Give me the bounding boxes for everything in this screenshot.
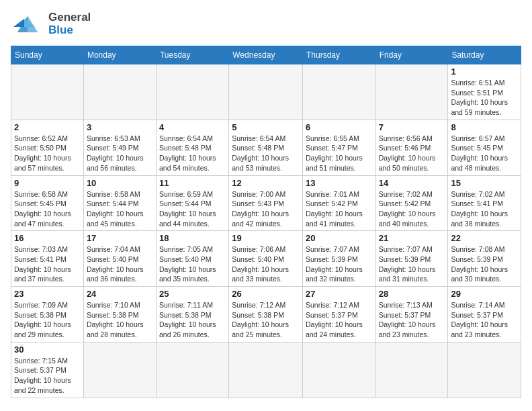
calendar-cell: 20Sunrise: 7:07 AMSunset: 5:39 PMDayligh… <box>303 231 376 287</box>
day-info: Sunrise: 6:51 AMSunset: 5:51 PMDaylight:… <box>451 78 518 118</box>
day-info: Sunrise: 7:15 AMSunset: 5:37 PMDaylight:… <box>14 356 81 396</box>
day-number: 16 <box>14 233 81 243</box>
weekday-header-wednesday: Wednesday <box>229 46 303 64</box>
logo-blue-text: Blue <box>48 24 91 37</box>
day-number: 2 <box>14 122 81 132</box>
day-info: Sunrise: 6:59 AMSunset: 5:44 PMDaylight:… <box>159 189 226 229</box>
calendar-cell: 6Sunrise: 6:55 AMSunset: 5:47 PMDaylight… <box>303 120 376 175</box>
calendar-cell <box>156 64 228 120</box>
calendar-cell: 5Sunrise: 6:54 AMSunset: 5:48 PMDaylight… <box>229 120 303 175</box>
calendar-cell: 28Sunrise: 7:13 AMSunset: 5:37 PMDayligh… <box>375 287 448 342</box>
day-number: 21 <box>379 233 445 243</box>
day-info: Sunrise: 7:09 AMSunset: 5:38 PMDaylight:… <box>14 300 81 340</box>
weekday-header-sunday: Sunday <box>11 46 84 64</box>
calendar-cell: 12Sunrise: 7:00 AMSunset: 5:43 PMDayligh… <box>229 175 303 231</box>
day-number: 23 <box>14 289 81 299</box>
calendar-cell: 10Sunrise: 6:58 AMSunset: 5:44 PMDayligh… <box>83 175 156 231</box>
calendar-cell: 15Sunrise: 7:02 AMSunset: 5:41 PMDayligh… <box>448 175 521 231</box>
day-info: Sunrise: 6:57 AMSunset: 5:45 PMDaylight:… <box>451 134 518 173</box>
day-number: 13 <box>306 178 373 188</box>
calendar-cell <box>303 342 376 398</box>
day-number: 30 <box>14 345 81 355</box>
logo-icon <box>11 12 44 40</box>
week-row-3: 9Sunrise: 6:58 AMSunset: 5:45 PMDaylight… <box>11 175 521 231</box>
day-number: 20 <box>306 233 373 243</box>
header: General Blue <box>11 11 521 40</box>
day-number: 15 <box>451 178 518 188</box>
day-number: 1 <box>451 66 518 77</box>
day-number: 6 <box>306 122 373 132</box>
day-number: 11 <box>159 178 226 188</box>
calendar-cell: 11Sunrise: 6:59 AMSunset: 5:44 PMDayligh… <box>156 175 228 231</box>
calendar-cell: 1Sunrise: 6:51 AMSunset: 5:51 PMDaylight… <box>448 64 521 120</box>
calendar-cell <box>83 342 156 398</box>
calendar-cell: 4Sunrise: 6:54 AMSunset: 5:48 PMDaylight… <box>156 120 228 175</box>
day-number: 3 <box>87 122 153 132</box>
day-number: 8 <box>451 122 518 132</box>
logo: General Blue <box>11 11 91 40</box>
calendar-cell: 29Sunrise: 7:14 AMSunset: 5:37 PMDayligh… <box>448 287 521 342</box>
day-number: 12 <box>232 178 300 188</box>
day-info: Sunrise: 7:05 AMSunset: 5:40 PMDaylight:… <box>159 244 226 284</box>
day-number: 9 <box>14 178 81 188</box>
day-info: Sunrise: 6:52 AMSunset: 5:50 PMDaylight:… <box>14 134 81 173</box>
week-row-2: 2Sunrise: 6:52 AMSunset: 5:50 PMDaylight… <box>11 120 521 175</box>
calendar-cell: 16Sunrise: 7:03 AMSunset: 5:41 PMDayligh… <box>11 231 84 287</box>
calendar-cell: 3Sunrise: 6:53 AMSunset: 5:49 PMDaylight… <box>83 120 156 175</box>
day-number: 17 <box>87 233 153 243</box>
day-info: Sunrise: 6:58 AMSunset: 5:44 PMDaylight:… <box>87 189 153 229</box>
day-number: 22 <box>451 233 518 243</box>
day-info: Sunrise: 7:02 AMSunset: 5:42 PMDaylight:… <box>379 189 445 229</box>
day-info: Sunrise: 7:00 AMSunset: 5:43 PMDaylight:… <box>232 189 300 229</box>
day-info: Sunrise: 7:13 AMSunset: 5:37 PMDaylight:… <box>379 300 445 340</box>
day-number: 26 <box>232 289 300 299</box>
day-info: Sunrise: 7:03 AMSunset: 5:41 PMDaylight:… <box>14 244 81 284</box>
day-number: 28 <box>379 289 445 299</box>
day-info: Sunrise: 7:06 AMSunset: 5:40 PMDaylight:… <box>232 244 300 284</box>
weekday-header-row: SundayMondayTuesdayWednesdayThursdayFrid… <box>11 46 521 64</box>
calendar-cell: 13Sunrise: 7:01 AMSunset: 5:42 PMDayligh… <box>303 175 376 231</box>
day-number: 19 <box>232 233 300 243</box>
calendar-cell: 26Sunrise: 7:12 AMSunset: 5:38 PMDayligh… <box>229 287 303 342</box>
day-info: Sunrise: 7:04 AMSunset: 5:40 PMDaylight:… <box>87 244 153 284</box>
logo-general: General <box>48 11 91 24</box>
day-info: Sunrise: 7:12 AMSunset: 5:38 PMDaylight:… <box>232 300 300 340</box>
day-info: Sunrise: 7:01 AMSunset: 5:42 PMDaylight:… <box>306 189 373 229</box>
day-info: Sunrise: 6:54 AMSunset: 5:48 PMDaylight:… <box>159 134 226 173</box>
day-number: 5 <box>232 122 300 132</box>
week-row-5: 23Sunrise: 7:09 AMSunset: 5:38 PMDayligh… <box>11 287 521 342</box>
day-number: 4 <box>159 122 226 132</box>
calendar-body: 1Sunrise: 6:51 AMSunset: 5:51 PMDaylight… <box>11 64 521 398</box>
day-info: Sunrise: 7:08 AMSunset: 5:39 PMDaylight:… <box>451 244 518 284</box>
day-info: Sunrise: 7:02 AMSunset: 5:41 PMDaylight:… <box>451 189 518 229</box>
calendar-cell: 8Sunrise: 6:57 AMSunset: 5:45 PMDaylight… <box>448 120 521 175</box>
calendar-cell: 25Sunrise: 7:11 AMSunset: 5:38 PMDayligh… <box>156 287 228 342</box>
calendar-cell: 14Sunrise: 7:02 AMSunset: 5:42 PMDayligh… <box>375 175 448 231</box>
calendar-cell <box>303 64 376 120</box>
day-number: 10 <box>87 178 153 188</box>
day-info: Sunrise: 6:54 AMSunset: 5:48 PMDaylight:… <box>232 134 300 173</box>
calendar-cell <box>11 64 84 120</box>
calendar-cell <box>229 342 303 398</box>
calendar-table: SundayMondayTuesdayWednesdayThursdayFrid… <box>11 46 521 398</box>
calendar-cell: 9Sunrise: 6:58 AMSunset: 5:45 PMDaylight… <box>11 175 84 231</box>
day-number: 27 <box>306 289 373 299</box>
day-info: Sunrise: 6:58 AMSunset: 5:45 PMDaylight:… <box>14 189 81 229</box>
day-info: Sunrise: 7:11 AMSunset: 5:38 PMDaylight:… <box>159 300 226 340</box>
day-info: Sunrise: 7:10 AMSunset: 5:38 PMDaylight:… <box>87 300 153 340</box>
calendar-cell: 18Sunrise: 7:05 AMSunset: 5:40 PMDayligh… <box>156 231 228 287</box>
calendar-cell <box>448 342 521 398</box>
week-row-4: 16Sunrise: 7:03 AMSunset: 5:41 PMDayligh… <box>11 231 521 287</box>
calendar-cell <box>375 64 448 120</box>
calendar-cell <box>375 342 448 398</box>
calendar-cell: 21Sunrise: 7:07 AMSunset: 5:39 PMDayligh… <box>375 231 448 287</box>
day-info: Sunrise: 7:12 AMSunset: 5:37 PMDaylight:… <box>306 300 373 340</box>
calendar-cell: 23Sunrise: 7:09 AMSunset: 5:38 PMDayligh… <box>11 287 84 342</box>
day-info: Sunrise: 7:07 AMSunset: 5:39 PMDaylight:… <box>379 244 445 284</box>
weekday-header-monday: Monday <box>83 46 156 64</box>
day-number: 7 <box>379 122 445 132</box>
calendar-cell: 2Sunrise: 6:52 AMSunset: 5:50 PMDaylight… <box>11 120 84 175</box>
day-info: Sunrise: 6:53 AMSunset: 5:49 PMDaylight:… <box>87 134 153 173</box>
calendar-cell: 17Sunrise: 7:04 AMSunset: 5:40 PMDayligh… <box>83 231 156 287</box>
calendar-cell: 24Sunrise: 7:10 AMSunset: 5:38 PMDayligh… <box>83 287 156 342</box>
